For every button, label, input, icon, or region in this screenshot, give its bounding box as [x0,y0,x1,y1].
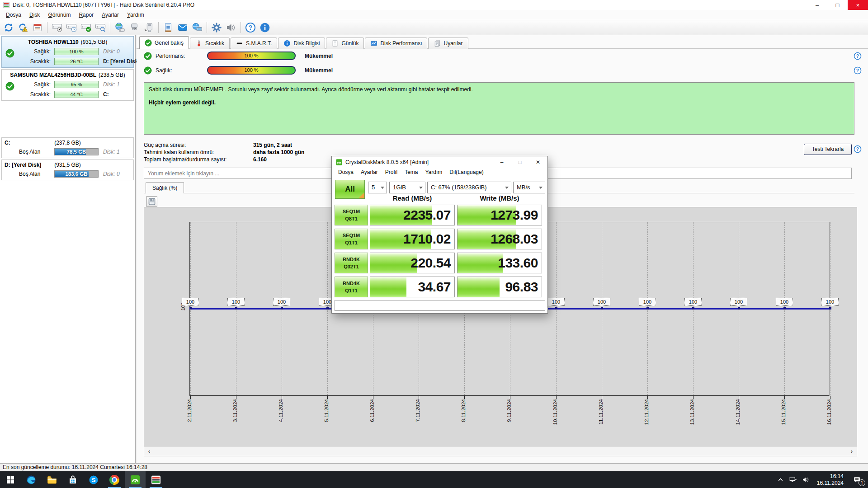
stat-value: daha fazla 1000 gün [253,149,304,155]
run-all-button[interactable]: All [335,180,365,199]
cdm-dropdown-test-size[interactable]: 1GiB [389,182,425,193]
taskbar-edge-icon[interactable] [21,471,42,488]
menu-ayarlar[interactable]: Ayarlar [98,10,123,19]
scroll-right-button[interactable]: › [847,447,857,456]
cdm-close-button[interactable]: ✕ [529,156,547,168]
partition-header: C:(237,8 GB) [2,139,133,147]
disk-size: (931,5 GB) [81,39,108,45]
menu-rapor[interactable]: Rapor [75,10,98,19]
chart-scrollbar[interactable]: ‹ › [144,446,857,456]
tab-label: Genel bakış [155,40,184,46]
test-name: SEQ1M [335,232,368,239]
help-icon[interactable]: ? [854,145,862,153]
menu-g-r-n-m[interactable]: Görünüm [44,10,75,19]
taskbar-start-button[interactable] [0,471,21,488]
tab-disk-performans[interactable]: Disk Performansı [365,38,427,49]
save-chart-button[interactable] [146,196,157,207]
notes-icon[interactable] [161,21,175,34]
test-name: RND4K [335,256,368,263]
disk-panel-0[interactable]: TOSHIBA HDWL110(931,5 GB)Sağlık:100 %Dis… [1,36,134,68]
mail-icon[interactable] [176,21,189,34]
chevron-up-icon[interactable] [774,471,787,488]
taskbar-hds-icon[interactable] [146,471,166,488]
retest-button[interactable]: Testi Tekrarla [804,144,852,155]
read-column-header: Read (MB/s) [370,194,455,202]
tab-health-percent[interactable]: Sağlık (%) [146,182,184,193]
speaker-icon[interactable] [800,471,812,488]
cdm-test-button[interactable]: RND4KQ32T1 [335,253,368,273]
report-window-icon[interactable] [31,21,44,34]
comment-field[interactable] [335,300,545,311]
disk-number: Disk: 1 [103,148,120,156]
disk-check-icon[interactable] [79,21,93,34]
cdm-menu-dosya[interactable]: Dosya [335,168,357,178]
cdm-test-button[interactable]: SEQ1MQ1T1 [335,229,368,249]
info-icon[interactable] [258,21,272,34]
cdm-minimize-button[interactable]: – [493,156,511,168]
health-value: 100 % [208,67,295,74]
cdm-dropdown-test-count[interactable]: 5 [368,182,387,193]
refresh-icon[interactable] [2,21,15,34]
partition-panel-0[interactable]: C:(237,8 GB)Boş Alan78,5 GBDisk: 1 [1,137,134,158]
cdm-window: CrystalDiskMark 8.0.5 x64 [Admin] – □ ✕ … [331,156,548,314]
remote-monitor-icon[interactable] [190,21,204,34]
cdm-menu-profil[interactable]: Profil [382,168,401,178]
cdm-dropdown-target-drive[interactable]: C: 67% (158/238GiB) [427,182,511,193]
free-space-value: 78,5 GB [55,149,98,155]
cdm-dropdown-unit[interactable]: MB/s [513,182,545,193]
taskbar-cdm-icon[interactable] [125,471,146,488]
health-label: Sağlık: [156,66,172,75]
taskbar-explorer-icon[interactable] [42,471,62,488]
cdm-test-button[interactable]: SEQ1MQ8T1 [335,205,368,225]
data-point [555,307,557,310]
partition-panel-1[interactable]: D: [Yerel Disk](931,5 GB)Boş Alan183,6 G… [1,160,134,180]
cdm-test-button[interactable]: RND4KQ1T1 [335,277,368,297]
x-tick-label: 5.11.2024 [324,399,329,422]
write-value: 1273.99 [458,205,542,225]
help-icon[interactable]: ? [854,52,862,60]
device-power-icon[interactable] [142,21,156,34]
cdm-menu-ayarlar[interactable]: Ayarlar [357,168,382,178]
menu-yard-m[interactable]: Yardım [123,10,148,19]
network-icon[interactable] [787,471,800,488]
tab-uyar-lar[interactable]: Uyarılar [428,38,468,49]
tab-genel-bak[interactable]: Genel bakış [139,36,189,49]
menu-disk[interactable]: Disk [25,10,44,19]
close-button[interactable]: × [848,0,868,10]
disk-gauge-icon[interactable] [50,21,64,34]
refresh-warning-icon[interactable] [16,21,30,34]
taskbar-clock[interactable]: 16:14 16.11.2024 [812,473,848,487]
cdm-menu-dil-language[interactable]: Dil(Language) [446,168,487,178]
disk-panel-1[interactable]: SAMSUNG MZAL4256HBJD-00BL(238,5 GB)Sağlı… [1,69,134,101]
queue-depth: Q1T1 [335,239,368,246]
health-value: 95 % [55,81,98,88]
disk-number: Disk: 1 [103,80,120,89]
svg-text:?: ? [856,147,859,152]
maximize-button[interactable]: □ [827,0,848,10]
help-icon[interactable]: ? [244,21,257,34]
taskbar-store-icon[interactable] [62,471,83,488]
tab-g-nl-k[interactable]: Günlük [326,38,364,49]
network-disk-icon[interactable] [113,21,127,34]
log-icon [331,40,339,47]
tab-label: Disk Performansı [380,40,422,47]
disk-size: (238,5 GB) [99,72,125,78]
cdm-menu-yard-m[interactable]: Yardım [422,168,446,178]
scroll-left-button[interactable]: ‹ [144,447,154,456]
minimize-button[interactable]: – [807,0,827,10]
stat-row: Tahmini kalan kullanım ömrü:daha fazla 1… [144,149,304,156]
cdm-menu-tema[interactable]: Tema [401,168,421,178]
notification-center-icon[interactable]: 1 [848,471,866,488]
disk-search-icon[interactable] [94,21,107,34]
tab-disk-bilgisi[interactable]: Disk Bilgisi [278,38,325,49]
settings-gear-icon[interactable] [210,21,223,34]
tab-s-m-a-r-t[interactable]: S.M.A.R.T. [231,38,277,49]
disk-connector-icon[interactable] [127,21,141,34]
help-icon[interactable]: ? [854,66,862,75]
sound-icon[interactable] [224,21,238,34]
tab-s-cakl-k[interactable]: Sıcaklık [190,38,230,49]
taskbar-skype-icon[interactable]: S [83,471,104,488]
taskbar-chrome-icon[interactable] [104,471,125,488]
disk-clock-icon[interactable] [65,21,78,34]
menu-dosya[interactable]: Dosya [2,10,25,19]
